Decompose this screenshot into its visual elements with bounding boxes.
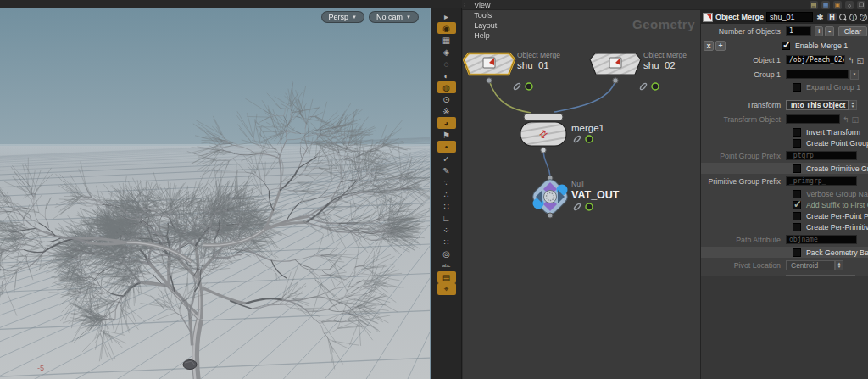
- hint-icon[interactable]: ◌: [437, 58, 456, 70]
- path-attribute-field[interactable]: objname: [786, 235, 857, 244]
- lock-icon[interactable]: ◈: [437, 46, 456, 58]
- display-flag-icon[interactable]: [586, 203, 593, 210]
- point-group-prefix-field[interactable]: _ptgrp_: [786, 151, 857, 160]
- jump-to-operator-icon[interactable]: ↰: [848, 56, 854, 64]
- network-editor[interactable]: Geometry: [462, 10, 700, 379]
- menu-tools[interactable]: Tools: [468, 10, 503, 20]
- checkbox-label: Create Point Groups: [806, 139, 868, 148]
- node-shu01[interactable]: [464, 53, 515, 83]
- edit-pen-icon[interactable]: ✎: [437, 164, 456, 176]
- handle-arrow-icon[interactable]: ▸: [437, 10, 456, 22]
- search-icon[interactable]: ○: [845, 1, 854, 9]
- increment-button[interactable]: +: [815, 26, 823, 36]
- validate-icon[interactable]: ✓: [437, 153, 456, 164]
- menu-view[interactable]: View: [468, 0, 503, 10]
- display-flag-icon[interactable]: [652, 83, 659, 90]
- node-name-label[interactable]: shu_01: [517, 60, 549, 70]
- number-of-objects-field[interactable]: 1: [786, 26, 811, 36]
- scene-viewport[interactable]: Persp ▼ No cam ▼ -5: [0, 0, 431, 379]
- location-pin-icon[interactable]: ⌖: [437, 283, 456, 295]
- construction-plane-icon[interactable]: ◎: [437, 248, 456, 259]
- group1-field[interactable]: [786, 70, 849, 79]
- operator-chooser-icon[interactable]: ◱: [852, 115, 860, 124]
- display-flag-icon[interactable]: [586, 136, 593, 142]
- param-label: Transform Object: [701, 115, 786, 124]
- all-lights-icon[interactable]: ※: [437, 105, 456, 117]
- output-connector[interactable]: [613, 78, 618, 83]
- shaded-sphere-icon[interactable]: ◐: [437, 70, 456, 81]
- box-icon[interactable]: ▣: [833, 1, 842, 9]
- snap-points-icon[interactable]: ∵: [437, 176, 456, 188]
- visibility-icon[interactable]: ◉: [437, 22, 456, 34]
- output-connector[interactable]: [487, 78, 492, 83]
- node-shu02[interactable]: [590, 53, 641, 83]
- create-primitive-groups-checkbox[interactable]: [793, 164, 801, 173]
- headlight-icon[interactable]: ◍: [437, 81, 456, 93]
- transform-spinner[interactable]: ▲▼: [849, 100, 857, 110]
- wire-shu02-merge1[interactable]: [554, 81, 615, 112]
- abc-text-icon[interactable]: abc: [437, 259, 456, 271]
- add-suffix-checkbox[interactable]: [793, 201, 801, 209]
- snap-prim-icon[interactable]: ∷: [437, 200, 456, 212]
- pin-badge-icon: [573, 203, 581, 210]
- snap-angle-icon[interactable]: ∟: [437, 212, 456, 224]
- jump-to-operator-icon[interactable]: ↰: [843, 115, 849, 124]
- enable-merge-checkbox[interactable]: [782, 42, 790, 50]
- notes-icon[interactable]: ▤: [810, 1, 818, 9]
- input-connector-bar[interactable]: [524, 114, 563, 120]
- param-label: Transform: [701, 101, 786, 109]
- image-plane-icon[interactable]: ▤: [437, 271, 456, 283]
- info-icon[interactable]: i: [849, 14, 857, 21]
- camera-menu-button[interactable]: No cam ▼: [369, 11, 419, 23]
- normal-light-icon[interactable]: ⊙: [437, 93, 456, 105]
- menu-help[interactable]: Help: [468, 31, 503, 41]
- clear-button[interactable]: Clear: [838, 26, 867, 36]
- snap-multi-icon[interactable]: ∴: [437, 188, 456, 200]
- viewport-canvas[interactable]: [0, 8, 430, 379]
- perspective-menu-button[interactable]: Persp ▼: [321, 11, 364, 23]
- pivot-spinner[interactable]: ▲▼: [835, 260, 843, 270]
- primitive-group-prefix-field[interactable]: _primgrp_: [786, 176, 857, 186]
- flag-icon[interactable]: ⚑: [437, 129, 456, 141]
- snap-grid-icon[interactable]: ⁘: [437, 224, 456, 236]
- houdini-defaults-icon[interactable]: H: [827, 13, 837, 21]
- node-name-label[interactable]: VAT_OUT: [571, 189, 619, 201]
- gear-menu-icon[interactable]: ✱: [815, 13, 825, 22]
- verbose-group-names-checkbox[interactable]: [793, 190, 801, 198]
- per-primitive-path-checkbox[interactable]: [793, 223, 801, 231]
- grid-snap-display-icon[interactable]: ▦: [437, 34, 456, 46]
- display-flag-icon[interactable]: [526, 83, 532, 90]
- wire-shu01-merge1[interactable]: [489, 81, 531, 113]
- operator-chooser-icon[interactable]: ◱: [857, 56, 865, 64]
- point-marker-icon[interactable]: •: [437, 141, 456, 153]
- node-vatout[interactable]: [530, 176, 570, 218]
- node-name-label[interactable]: merge1: [571, 123, 604, 133]
- node-name-label[interactable]: shu_02: [643, 60, 676, 70]
- transform-dropdown[interactable]: Into This Object: [786, 100, 849, 110]
- group-dropdown-button[interactable]: ▼: [850, 70, 859, 80]
- invert-transform-checkbox[interactable]: [793, 128, 801, 137]
- per-point-path-checkbox[interactable]: [793, 212, 801, 220]
- search-icon[interactable]: [839, 14, 847, 21]
- window-icon[interactable]: ❐: [857, 1, 865, 9]
- help-icon[interactable]: ?: [860, 14, 867, 21]
- transform-object-field[interactable]: [786, 114, 840, 124]
- pivot-location-dropdown[interactable]: Centroid: [786, 260, 835, 270]
- wire-merge1-vatout[interactable]: [543, 149, 550, 176]
- output-connector[interactable]: [541, 148, 546, 153]
- decrement-button[interactable]: -: [825, 26, 833, 36]
- expand-group-checkbox[interactable]: [793, 83, 801, 92]
- object1-field[interactable]: /obj/Peach_02/Ge: [786, 55, 845, 64]
- material-sphere-icon[interactable]: ◕: [437, 117, 456, 129]
- node-merge1[interactable]: ⇄: [520, 114, 566, 153]
- pane-drag-handle[interactable]: ⁞: [464, 1, 465, 8]
- output-connector[interactable]: [548, 213, 553, 218]
- panel-icon[interactable]: ▦: [821, 1, 830, 9]
- node-name-field[interactable]: shu_01: [766, 12, 813, 22]
- remove-instance-button[interactable]: x: [704, 41, 714, 51]
- snap-combo-icon[interactable]: ⁙: [437, 236, 456, 248]
- add-instance-button[interactable]: +: [715, 41, 726, 51]
- menu-layout[interactable]: Layout: [468, 20, 503, 31]
- create-point-groups-checkbox[interactable]: [793, 139, 801, 148]
- pack-geometry-checkbox[interactable]: [793, 248, 801, 257]
